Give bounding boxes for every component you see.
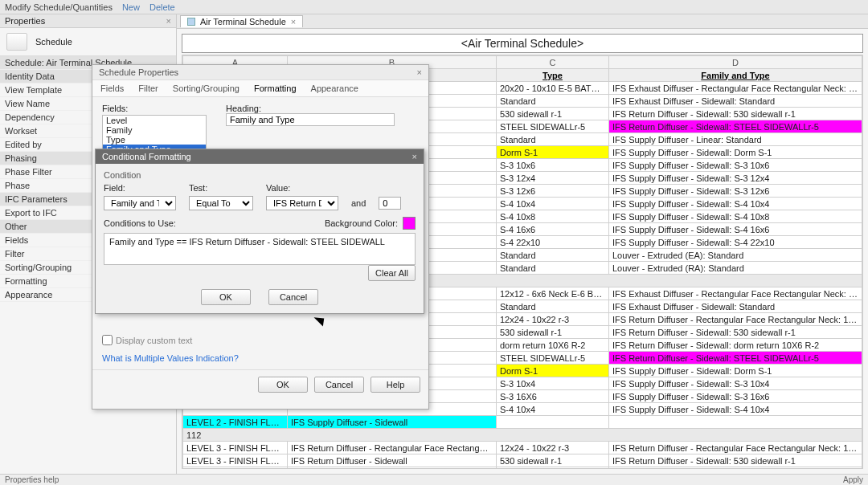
test-select[interactable]: Equal To [189, 196, 253, 210]
bg-color-swatch[interactable] [403, 217, 416, 230]
apply-button[interactable]: Apply [843, 475, 863, 484]
dialog-tab[interactable]: Appearance [311, 84, 358, 93]
close-icon[interactable] [417, 67, 422, 77]
value-label: Value: [266, 183, 290, 193]
field-select[interactable]: Family and Type [104, 196, 176, 210]
field-item[interactable]: Type [103, 135, 206, 145]
field-item[interactable]: Family [103, 125, 206, 135]
field-item[interactable]: Level [103, 116, 206, 125]
close-icon[interactable] [412, 152, 417, 161]
schedule-view-icon [187, 18, 195, 26]
heading-label: Heading: [226, 104, 261, 113]
type-selector[interactable]: Schedule [35, 37, 72, 47]
and-label: and [351, 198, 366, 208]
multiple-values-link[interactable]: What is Multiple Values Indication? [92, 347, 428, 369]
document-tabs: Air Terminal Schedule [177, 14, 868, 29]
close-icon[interactable] [291, 17, 296, 26]
properties-header: Properties [0, 14, 176, 28]
heading-input[interactable] [226, 113, 395, 126]
table-row[interactable]: LEVEL 3 - FINISH FLOORIFS Return Diffuse… [183, 454, 862, 467]
table-row[interactable]: 112 [183, 429, 862, 442]
and-value-input[interactable] [379, 197, 401, 210]
cancel-button[interactable]: Cancel [314, 377, 364, 393]
test-label: Test: [189, 183, 253, 193]
schedule-title[interactable]: <Air Terminal Schedule> [182, 34, 863, 53]
dialog-tab[interactable]: Fields [100, 84, 124, 93]
new-button[interactable]: New [122, 2, 140, 12]
value-select[interactable]: IFS Return Diffus [266, 196, 338, 210]
cancel-button[interactable]: Cancel [268, 289, 318, 305]
dialog-tab[interactable]: Formatting [254, 84, 297, 93]
close-icon[interactable] [166, 16, 171, 26]
dialog-title: Conditional Formatting [102, 152, 191, 161]
ribbon: Modify Schedule/Quantities New Delete [0, 0, 868, 14]
column-header[interactable]: Family and Type [609, 69, 862, 82]
bg-color-label: Background Color: [325, 218, 398, 228]
help-button[interactable]: Help [371, 377, 420, 393]
dialog-tabs: FieldsFilterSorting/GroupingFormattingAp… [92, 80, 428, 97]
ribbon-tab: Modify Schedule/Quantities [5, 2, 113, 12]
column-letter[interactable]: D [609, 56, 862, 69]
fields-label: Fields: [102, 104, 207, 113]
ok-button[interactable]: OK [201, 289, 251, 305]
display-custom-label: Display custom text [116, 336, 192, 345]
doc-tab[interactable]: Air Terminal Schedule [180, 15, 303, 27]
condition-rule[interactable]: Family and Type == IFS Return Diffuser -… [109, 237, 385, 247]
condition-label: Condition [104, 170, 416, 180]
conditions-label: Conditions to Use: [104, 218, 176, 228]
table-row[interactable]: LEVEL 3 - FINISH FLOORIFS Return Diffuse… [183, 442, 862, 454]
properties-title: Properties [5, 16, 45, 26]
doc-tab-label: Air Terminal Schedule [200, 17, 286, 26]
dialog-tab[interactable]: Filter [138, 84, 158, 93]
status-bar: Properties help Apply [0, 474, 868, 485]
delete-button[interactable]: Delete [149, 2, 175, 12]
conditions-list[interactable]: Family and Type == IFS Return Diffuser -… [104, 233, 416, 265]
conditional-formatting-dialog: Conditional Formatting Condition Field: … [95, 149, 424, 314]
dialog-tab[interactable]: Sorting/Grouping [173, 84, 240, 93]
table-row[interactable]: LEVEL 3 - FINISH FLOORIFS Return Diffuse… [183, 467, 862, 470]
column-letter[interactable]: C [497, 56, 609, 69]
properties-help-link[interactable]: Properties help [5, 475, 59, 484]
display-custom-checkbox[interactable] [102, 335, 113, 345]
ok-button[interactable]: OK [258, 377, 308, 393]
schedule-icon [6, 33, 27, 51]
field-label: Field: [104, 183, 176, 193]
column-header[interactable]: Type [497, 69, 609, 82]
table-row[interactable]: LEVEL 2 - FINISH FLOORIFS Supply Diffuse… [183, 416, 862, 429]
dialog-title: Schedule Properties [99, 67, 178, 77]
clear-all-button[interactable]: Clear All [368, 265, 416, 281]
